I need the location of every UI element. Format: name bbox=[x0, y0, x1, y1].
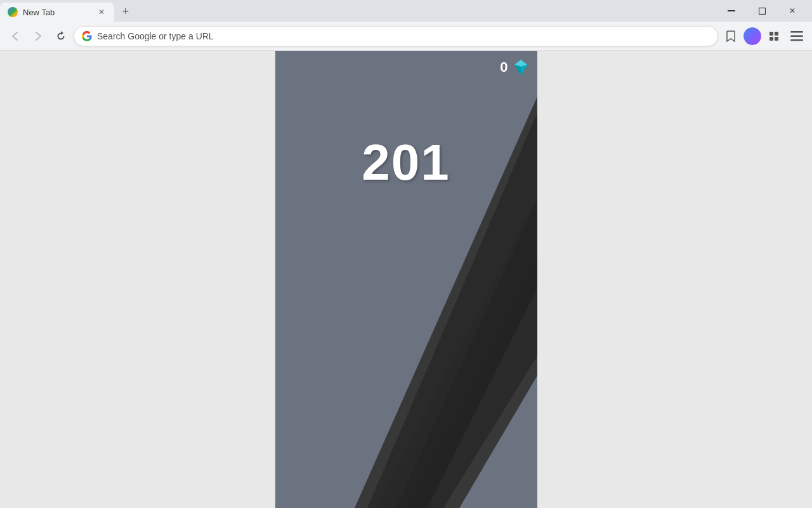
diamond-count-value: 0 bbox=[500, 59, 508, 76]
svg-rect-3 bbox=[775, 32, 778, 36]
new-tab-button[interactable]: + bbox=[117, 3, 134, 20]
profile-button[interactable] bbox=[743, 27, 761, 45]
tab-close-button[interactable]: ✕ bbox=[96, 7, 107, 17]
omnibox-text: Search Google or type a URL bbox=[97, 31, 710, 41]
tab-title: New Tab bbox=[23, 8, 91, 17]
svg-rect-5 bbox=[775, 37, 778, 41]
back-button[interactable] bbox=[5, 26, 25, 46]
tab-favicon bbox=[8, 7, 18, 17]
bookmark-button[interactable] bbox=[721, 26, 741, 46]
minimize-button[interactable] bbox=[717, 0, 746, 22]
game-container[interactable]: 0 201 bbox=[275, 51, 537, 508]
omnibox[interactable]: Search Google or type a URL bbox=[74, 26, 718, 46]
svg-rect-2 bbox=[769, 32, 773, 36]
extensions-button[interactable] bbox=[764, 26, 784, 46]
svg-rect-0 bbox=[728, 10, 735, 11]
browser-window: New Tab ✕ + ✕ bbox=[0, 0, 812, 508]
svg-rect-6 bbox=[790, 31, 803, 33]
page-content: 0 201 bbox=[0, 51, 812, 508]
google-logo bbox=[82, 31, 92, 41]
close-button[interactable]: ✕ bbox=[778, 0, 807, 22]
game-background bbox=[275, 51, 537, 508]
forward-button[interactable] bbox=[28, 26, 48, 46]
svg-rect-7 bbox=[790, 35, 803, 37]
omnibox-bar: Search Google or type a URL bbox=[0, 22, 812, 51]
tab-strip: New Tab ✕ + bbox=[0, 0, 717, 22]
menu-button[interactable] bbox=[787, 26, 807, 46]
reload-button[interactable] bbox=[51, 26, 71, 46]
score-display: 201 bbox=[362, 133, 450, 192]
window-controls: ✕ bbox=[717, 0, 812, 22]
profile-avatar bbox=[743, 27, 761, 45]
svg-rect-4 bbox=[769, 37, 773, 41]
title-bar: New Tab ✕ + ✕ bbox=[0, 0, 812, 22]
diamond-counter: 0 bbox=[500, 58, 529, 76]
toolbar-icons bbox=[721, 26, 807, 46]
diamond-icon-large bbox=[512, 58, 530, 76]
maximize-button[interactable] bbox=[747, 0, 776, 22]
svg-rect-1 bbox=[759, 8, 765, 14]
svg-rect-8 bbox=[790, 39, 803, 41]
active-tab[interactable]: New Tab ✕ bbox=[0, 3, 114, 22]
